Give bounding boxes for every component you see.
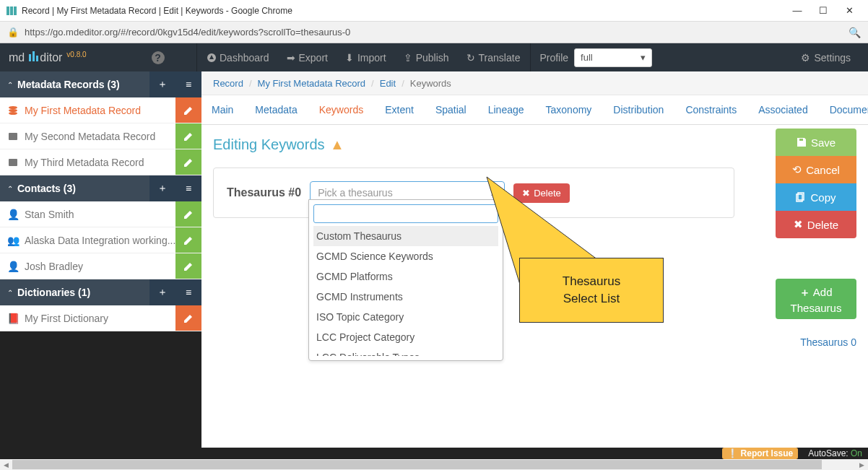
edit-record-button[interactable]: [175, 123, 201, 149]
horizontal-scrollbar[interactable]: ◀ ▶: [0, 459, 868, 470]
dropdown-search-input[interactable]: [313, 204, 498, 223]
nav-import[interactable]: ⬇Import: [337, 43, 395, 71]
thesaurus-dropdown: Custom Thesaurus GCMD Science Keywords G…: [308, 199, 503, 361]
nav-settings[interactable]: ⚙Settings: [792, 43, 859, 71]
dropdown-option[interactable]: LCC Project Category: [313, 327, 498, 347]
sidebar-contacts-header[interactable]: ⌃ Contacts (3) ＋ ≡: [0, 175, 201, 201]
tab-keywords[interactable]: Keywords: [319, 104, 363, 116]
image-icon: [7, 157, 19, 167]
tab-main[interactable]: Main: [212, 104, 233, 116]
window-maximize[interactable]: ☐: [810, 5, 836, 16]
edit-contact-button[interactable]: [175, 253, 201, 279]
report-issue-button[interactable]: ❕Report Issue: [722, 448, 799, 459]
breadcrumb-record[interactable]: Record: [213, 78, 243, 89]
sidebar-dictionaries-header[interactable]: ⌃ Dictionaries (1) ＋ ≡: [0, 279, 201, 305]
tab-spatial[interactable]: Spatial: [435, 104, 466, 116]
dropdown-option[interactable]: ISO Topic Category: [313, 307, 498, 327]
scroll-left-button[interactable]: ◀: [0, 459, 12, 470]
nav-publish[interactable]: ⇪Publish: [395, 43, 458, 71]
thesaurus-link[interactable]: Thesaurus 0: [776, 336, 856, 348]
copy-button[interactable]: Copy: [776, 183, 856, 211]
edit-record-button[interactable]: [175, 97, 201, 123]
tab-associated[interactable]: Associated: [758, 104, 807, 116]
caret-down-icon: ⌃: [7, 81, 13, 89]
edit-dictionary-button[interactable]: [175, 305, 201, 331]
dropdown-option[interactable]: GCMD Platforms: [313, 266, 498, 287]
tab-distribution[interactable]: Distribution: [613, 104, 664, 116]
breadcrumb-edit[interactable]: Edit: [380, 78, 396, 89]
caret-down-icon: ⌃: [7, 289, 13, 297]
add-thesaurus-button[interactable]: ＋ Add Thesaurus: [776, 279, 856, 319]
nav-export[interactable]: ➡Export: [278, 43, 337, 71]
svg-rect-0: [6, 6, 9, 15]
autosave-status: AutoSave: On: [808, 448, 862, 458]
scroll-right-button[interactable]: ▶: [856, 459, 868, 470]
dropdown-option[interactable]: LCC Deliverable Types: [313, 347, 498, 356]
window-close[interactable]: ✕: [836, 5, 862, 16]
person-icon: 👤: [7, 261, 19, 272]
delete-button[interactable]: ✖Delete: [776, 211, 856, 238]
tab-metadata[interactable]: Metadata: [255, 104, 297, 116]
cancel-button[interactable]: ⟲Cancel: [776, 156, 856, 183]
edit-record-button[interactable]: [175, 149, 201, 175]
dropdown-option[interactable]: GCMD Science Keywords: [313, 246, 498, 266]
sidebar-contact-item[interactable]: 👤 Josh Bradley: [0, 253, 201, 279]
breadcrumb: Record / My First Metadata Record / Edit…: [201, 71, 868, 95]
url-text[interactable]: https://go.mdeditor.org/#/record/0kgv15d…: [25, 27, 350, 38]
search-icon[interactable]: 🔍: [849, 27, 861, 38]
edit-contact-button[interactable]: [175, 201, 201, 227]
list-contacts-button[interactable]: ≡: [175, 175, 201, 201]
list-records-button[interactable]: ≡: [175, 71, 201, 97]
sidebar-record-item[interactable]: My First Metadata Record: [0, 97, 201, 123]
action-column: Save ⟲Cancel Copy ✖Delete ＋ Add Thesauru…: [776, 129, 856, 348]
translate-icon: ↻: [466, 52, 475, 64]
tab-constraints[interactable]: Constraints: [685, 104, 737, 116]
brand-version: v0.8.0: [66, 51, 86, 58]
tab-lineage[interactable]: Lineage: [488, 104, 524, 116]
app-toolbar: md ditor v0.8.0 ? Dashboard ➡Export ⬇Imp…: [0, 43, 868, 71]
brand: md ditor v0.8.0 ?: [9, 51, 195, 64]
add-dictionary-button[interactable]: ＋: [149, 279, 175, 305]
scroll-thumb[interactable]: [12, 460, 822, 469]
sidebar-record-item[interactable]: My Third Metadata Record: [0, 149, 201, 175]
chevron-down-icon: ▾: [641, 52, 646, 63]
thesaurus-label: Thesaurus #0: [227, 186, 301, 199]
list-dictionaries-button[interactable]: ≡: [175, 279, 201, 305]
add-contact-button[interactable]: ＋: [149, 175, 175, 201]
stack-icon: [7, 105, 19, 116]
dropdown-option[interactable]: Custom Thesaurus: [313, 226, 498, 246]
profile-label: Profile: [539, 52, 568, 64]
brand-md: md: [9, 51, 25, 64]
app-icon: [6, 5, 17, 17]
tab-documents[interactable]: Documents: [830, 104, 868, 116]
breadcrumb-name[interactable]: My First Metadata Record: [258, 78, 366, 89]
brand-logo-icon: [29, 51, 38, 61]
nav-dashboard[interactable]: Dashboard: [199, 43, 278, 71]
profile-select[interactable]: full▾: [574, 48, 652, 67]
sidebar-records-header[interactable]: ⌃ Metadata Records (3) ＋ ≡: [0, 71, 201, 97]
sidebar-contact-item[interactable]: 👤 Stan Smith: [0, 201, 201, 227]
info-icon: ❕: [727, 448, 738, 458]
add-record-button[interactable]: ＋: [149, 71, 175, 97]
edit-contact-button[interactable]: [175, 227, 201, 253]
svg-point-5: [9, 112, 17, 115]
tabs: Main Metadata Keywords Extent Spatial Li…: [201, 95, 868, 125]
sidebar-record-item[interactable]: My Second Metadata Record: [0, 123, 201, 149]
lock-icon: 🔒: [7, 27, 19, 38]
dropdown-option[interactable]: GCMD Instruments: [313, 287, 498, 307]
annotation-callout: ThesaurusSelect List: [519, 258, 664, 323]
tab-taxonomy[interactable]: Taxonomy: [546, 104, 592, 116]
help-icon[interactable]: ?: [152, 51, 165, 64]
person-icon: 👤: [7, 209, 19, 220]
svg-point-3: [9, 106, 17, 109]
nav-translate[interactable]: ↻Translate: [458, 43, 529, 71]
sidebar-dictionary-item[interactable]: 📕 My First Dictionary: [0, 305, 201, 331]
window-minimize[interactable]: —: [784, 5, 810, 16]
save-button[interactable]: Save: [776, 129, 856, 156]
page-heading: Editing Keywords ▲: [213, 136, 856, 153]
sidebar-contact-item[interactable]: 👥 Alaska Data Integration working...: [0, 227, 201, 253]
browser-urlbar: 🔒 https://go.mdeditor.org/#/record/0kgv1…: [0, 22, 868, 43]
import-icon: ⬇: [345, 52, 354, 64]
tab-extent[interactable]: Extent: [385, 104, 414, 116]
export-icon: ➡: [287, 52, 295, 64]
